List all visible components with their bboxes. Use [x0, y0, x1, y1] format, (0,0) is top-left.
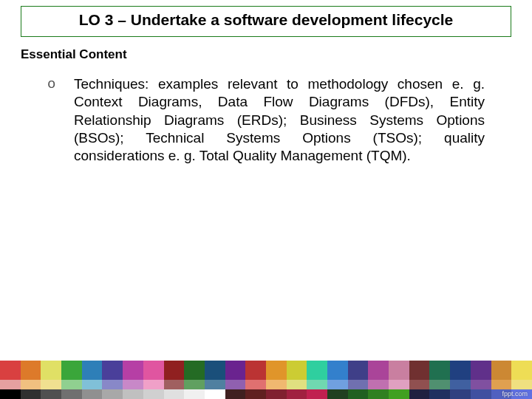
footer-row-small-1: [0, 380, 532, 389]
color-swatch: [511, 361, 532, 380]
footer-row-small-2: [0, 389, 532, 399]
color-swatch: [348, 380, 369, 389]
color-swatch: [82, 389, 103, 399]
color-swatch: [450, 380, 471, 389]
color-swatch: [184, 389, 205, 399]
color-swatch: [287, 361, 307, 380]
color-swatch: [450, 389, 471, 399]
color-swatch: [143, 361, 164, 380]
color-swatch: [225, 389, 246, 399]
color-swatch: [164, 389, 185, 399]
color-swatch: [245, 389, 266, 399]
color-swatch: [184, 380, 205, 389]
color-swatch: [82, 361, 103, 380]
color-swatch: [61, 389, 82, 399]
color-swatch: [123, 380, 143, 389]
subheading: Essential Content: [21, 47, 532, 62]
color-swatch: [82, 380, 103, 389]
color-swatch: [266, 361, 287, 380]
color-swatch: [102, 380, 123, 389]
color-swatch: [511, 380, 532, 389]
color-swatch: [102, 389, 123, 399]
color-swatch: [41, 380, 61, 389]
title-box: LO 3 – Undertake a software development …: [21, 6, 511, 37]
color-swatch: [143, 380, 164, 389]
color-swatch: [429, 389, 450, 399]
color-swatch: [245, 361, 266, 380]
color-swatch: [368, 361, 389, 380]
page-title: LO 3 – Undertake a software development …: [35, 11, 497, 29]
color-swatch: [389, 380, 409, 389]
color-swatch: [327, 389, 348, 399]
color-swatch: [266, 380, 287, 389]
color-swatch: [123, 361, 143, 380]
color-swatch: [143, 389, 164, 399]
color-swatch: [21, 380, 41, 389]
color-swatch: [429, 361, 450, 380]
color-swatch: [409, 380, 430, 389]
color-swatch: [266, 389, 287, 399]
color-swatch: [205, 361, 225, 380]
color-swatch: [368, 389, 389, 399]
color-swatch: [327, 361, 348, 380]
color-swatch: [0, 361, 21, 380]
color-swatch: [41, 361, 61, 380]
bullet-text: Techniques: examples relevant to methodo…: [74, 76, 485, 163]
color-swatch: [205, 389, 225, 399]
watermark: fppt.com: [502, 390, 528, 398]
color-swatch: [225, 361, 246, 380]
bullet-item: o Techniques: examples relevant to metho…: [47, 75, 485, 166]
color-swatch: [409, 389, 430, 399]
color-swatch: [307, 380, 327, 389]
color-swatch: [491, 361, 512, 380]
color-swatch: [0, 389, 21, 399]
color-swatch: [287, 380, 307, 389]
footer-color-strip: [0, 361, 532, 399]
color-swatch: [429, 380, 450, 389]
color-swatch: [471, 361, 491, 380]
color-swatch: [21, 361, 41, 380]
color-swatch: [41, 389, 61, 399]
footer-row-big: [0, 361, 532, 380]
color-swatch: [389, 361, 409, 380]
color-swatch: [409, 361, 430, 380]
color-swatch: [307, 361, 327, 380]
color-swatch: [450, 361, 471, 380]
color-swatch: [471, 389, 491, 399]
color-swatch: [348, 389, 369, 399]
color-swatch: [307, 389, 327, 399]
color-swatch: [389, 389, 409, 399]
color-swatch: [61, 361, 82, 380]
color-swatch: [245, 380, 266, 389]
color-swatch: [184, 361, 205, 380]
color-swatch: [471, 380, 491, 389]
color-swatch: [164, 361, 185, 380]
color-swatch: [205, 380, 225, 389]
color-swatch: [102, 361, 123, 380]
color-swatch: [21, 389, 41, 399]
color-swatch: [491, 380, 512, 389]
bullet-marker-icon: o: [47, 75, 55, 93]
color-swatch: [164, 380, 185, 389]
color-swatch: [123, 389, 143, 399]
color-swatch: [368, 380, 389, 389]
color-swatch: [327, 380, 348, 389]
content-area: o Techniques: examples relevant to metho…: [47, 75, 485, 166]
color-swatch: [61, 380, 82, 389]
color-swatch: [287, 389, 307, 399]
color-swatch: [348, 361, 369, 380]
color-swatch: [225, 380, 246, 389]
color-swatch: [0, 380, 21, 389]
